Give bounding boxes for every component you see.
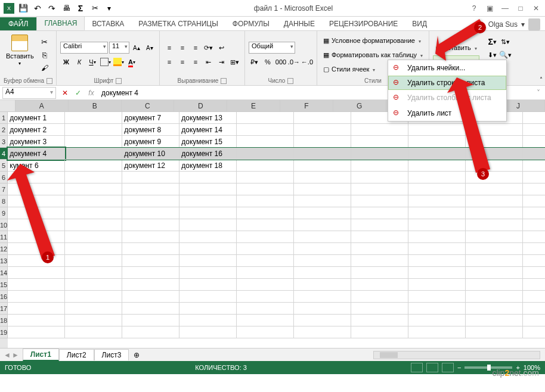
help-button[interactable]: ?: [469, 3, 479, 14]
cell-F4[interactable]: [294, 148, 351, 160]
cell-I12[interactable]: [466, 243, 523, 255]
cell-F12[interactable]: [294, 243, 351, 255]
cell-E15[interactable]: [237, 279, 294, 291]
grow-font-button[interactable]: [131, 42, 143, 54]
cell-D1[interactable]: документ 13: [179, 112, 237, 124]
cell-A17[interactable]: [8, 303, 65, 315]
row-header-3[interactable]: 3: [0, 136, 8, 148]
cell-B19[interactable]: [65, 326, 122, 338]
sort-filter-button[interactable]: ▾: [500, 36, 512, 48]
cell-E10[interactable]: [237, 219, 294, 231]
cell-E13[interactable]: [237, 255, 294, 267]
cell-B10[interactable]: [65, 219, 122, 231]
cell-D16[interactable]: [179, 291, 237, 303]
row-header-16[interactable]: 16: [0, 291, 8, 303]
insert-function[interactable]: fx: [85, 86, 98, 99]
cell-E8[interactable]: [237, 195, 294, 207]
col-header-C[interactable]: C: [122, 100, 175, 111]
minimize-button[interactable]: —: [500, 3, 510, 14]
row-header-4[interactable]: 4: [0, 148, 8, 160]
cell-H8[interactable]: [408, 195, 466, 207]
row-header-17[interactable]: 17: [0, 303, 8, 315]
cell-G18[interactable]: [351, 315, 408, 326]
row-header-1[interactable]: 1: [0, 112, 8, 124]
cell-C6[interactable]: [122, 172, 179, 183]
cell-J13[interactable]: [523, 255, 545, 267]
cell-C16[interactable]: [122, 291, 179, 303]
cell-G10[interactable]: [351, 219, 408, 231]
tab-insert[interactable]: ВСТАВКА: [85, 17, 131, 30]
border-button[interactable]: ▾: [100, 56, 112, 68]
cell-I19[interactable]: [466, 326, 523, 338]
cell-G4[interactable]: [351, 148, 408, 160]
cell-G13[interactable]: [351, 255, 408, 267]
sheet-nav-prev[interactable]: ◄: [4, 351, 11, 359]
cell-E2[interactable]: [237, 124, 294, 136]
format-painter-button[interactable]: [39, 62, 51, 74]
cell-E4[interactable]: [237, 148, 294, 160]
cell-A1[interactable]: документ 1: [8, 112, 65, 124]
cell-J1[interactable]: [523, 112, 545, 124]
row-header-2[interactable]: 2: [0, 124, 8, 136]
cell-H11[interactable]: [408, 231, 466, 243]
row-header-19[interactable]: 19: [0, 326, 8, 338]
cell-C4[interactable]: документ 10: [122, 148, 179, 160]
cell-H14[interactable]: [408, 267, 466, 279]
cell-J12[interactable]: [523, 243, 545, 255]
cell-I15[interactable]: [466, 279, 523, 291]
cell-C9[interactable]: [122, 207, 179, 219]
cell-I14[interactable]: [466, 267, 523, 279]
cell-E18[interactable]: [237, 315, 294, 326]
cell-E14[interactable]: [237, 267, 294, 279]
cell-C13[interactable]: [122, 255, 179, 267]
cell-J2[interactable]: [523, 124, 545, 136]
cell-I11[interactable]: [466, 231, 523, 243]
find-button[interactable]: ▾: [500, 49, 512, 61]
col-header-F[interactable]: F: [280, 100, 333, 111]
cell-G16[interactable]: [351, 291, 408, 303]
cell-J7[interactable]: [523, 183, 545, 195]
cell-C3[interactable]: документ 9: [122, 136, 179, 148]
save-button[interactable]: [18, 3, 29, 14]
view-layout[interactable]: [426, 363, 438, 372]
cell-F10[interactable]: [294, 219, 351, 231]
cut-button[interactable]: [89, 3, 100, 14]
cell-B3[interactable]: [65, 136, 122, 148]
cell-F13[interactable]: [294, 255, 351, 267]
col-header-A[interactable]: A: [16, 100, 69, 111]
cell-J8[interactable]: [523, 195, 545, 207]
cell-E12[interactable]: [237, 243, 294, 255]
cell-C5[interactable]: документ 12: [122, 160, 179, 172]
comma-button[interactable]: 000: [275, 56, 287, 68]
cell-C8[interactable]: [122, 195, 179, 207]
col-header-B[interactable]: B: [69, 100, 122, 111]
cell-G19[interactable]: [351, 326, 408, 338]
sheet-nav-next[interactable]: ►: [12, 351, 19, 359]
cell-F3[interactable]: [294, 136, 351, 148]
cell-D11[interactable]: [179, 231, 237, 243]
cell-E6[interactable]: [237, 172, 294, 183]
cell-H12[interactable]: [408, 243, 466, 255]
cell-G11[interactable]: [351, 231, 408, 243]
cell-G3[interactable]: [351, 136, 408, 148]
new-sheet-button[interactable]: ⊕: [129, 351, 144, 359]
cell-A16[interactable]: [8, 291, 65, 303]
align-center[interactable]: [176, 56, 188, 68]
cell-J3[interactable]: [523, 136, 545, 148]
ribbon-collapse[interactable]: ˄: [540, 76, 543, 83]
row-header-14[interactable]: 14: [0, 267, 8, 279]
tab-layout[interactable]: РАЗМЕТКА СТРАНИЦЫ: [131, 17, 225, 30]
cell-B17[interactable]: [65, 303, 122, 315]
cell-F6[interactable]: [294, 172, 351, 183]
cell-G17[interactable]: [351, 303, 408, 315]
orientation-button[interactable]: ⟳▾: [203, 42, 215, 54]
cell-I7[interactable]: [466, 183, 523, 195]
increase-decimal[interactable]: .0→: [288, 56, 300, 68]
cell-J15[interactable]: [523, 279, 545, 291]
cell-B7[interactable]: [65, 183, 122, 195]
cell-D2[interactable]: документ 14: [179, 124, 237, 136]
cell-A2[interactable]: документ 2: [8, 124, 65, 136]
percent-button[interactable]: %: [262, 56, 274, 68]
row-header-15[interactable]: 15: [0, 279, 8, 291]
cell-I18[interactable]: [466, 315, 523, 326]
